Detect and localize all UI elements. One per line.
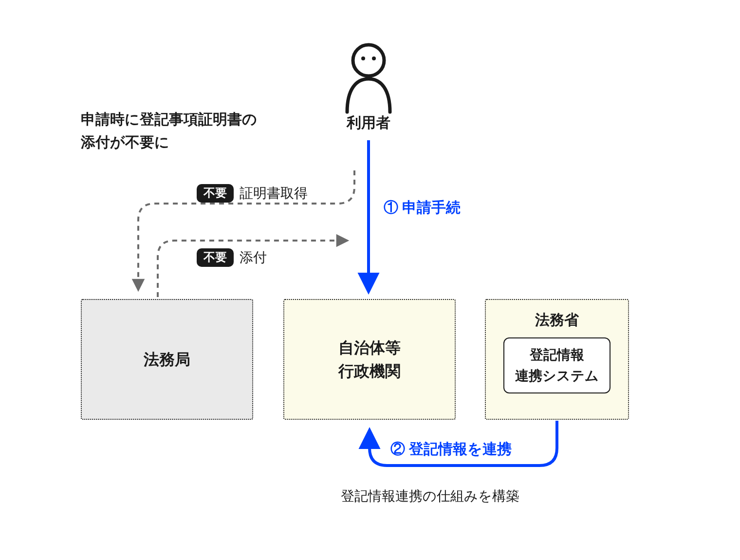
flow-get-cert-group: 不要 証明書取得 <box>197 184 308 203</box>
flow-attach-label: 添付 <box>240 248 267 267</box>
step1-label: ① 申請手続 <box>384 198 461 218</box>
badge-unnecessary-1: 不要 <box>197 184 234 203</box>
diagram-canvas: 申請時に登記事項証明書の 添付が不要に 利用者 法務局 自治体等 行政機関 法務… <box>0 0 740 560</box>
arrows-layer <box>0 0 740 560</box>
flow-attach-group: 不要 添付 <box>197 248 267 267</box>
badge-unnecessary-2: 不要 <box>197 248 234 267</box>
flow-get-cert-label: 証明書取得 <box>240 184 308 203</box>
bottom-caption: 登記情報連携の仕組みを構築 <box>341 487 519 505</box>
step2-label: ② 登記情報を連携 <box>390 439 512 459</box>
